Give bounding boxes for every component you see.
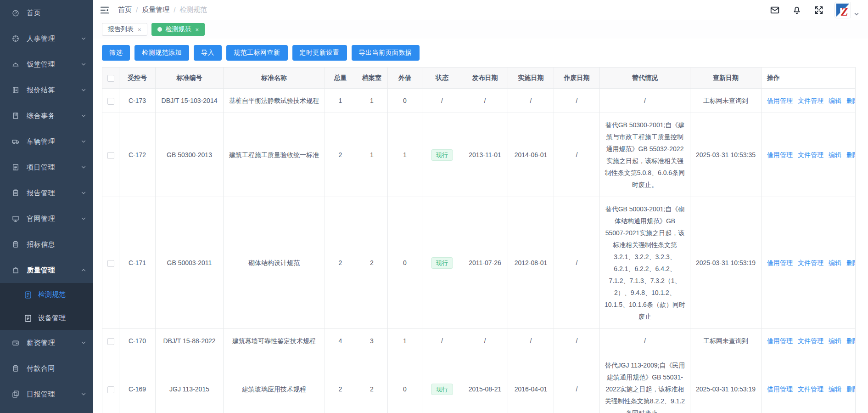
total-cell: 2 — [325, 197, 356, 329]
column-header-implDate: 实施日期 — [508, 68, 554, 89]
action-link-0[interactable]: 借用管理 — [767, 337, 793, 345]
stdNo-cell: DBJ/T 15-103-2014 — [156, 89, 224, 113]
sidebar-item-label: 招标信息 — [27, 240, 87, 249]
toolbar-button-3[interactable]: 规范工标网查新 — [226, 45, 288, 61]
action-link-3[interactable]: 删除 — [846, 97, 856, 104]
sidebar-item-quote[interactable]: 报价结算 — [0, 77, 93, 103]
menu-fold-icon[interactable] — [100, 5, 110, 15]
toolbar-button-5[interactable]: 导出当前页面数据 — [352, 45, 420, 61]
sidebar-item-hr[interactable]: 人事管理 — [0, 26, 93, 51]
select-all-checkbox[interactable] — [107, 75, 114, 82]
toolbar-button-4[interactable]: 定时更新设置 — [292, 45, 347, 61]
pubDate-cell: / — [462, 89, 508, 113]
abolishDate-cell: / — [554, 113, 600, 197]
tab-检测规范[interactable]: 检测规范× — [151, 23, 205, 36]
implDate-cell: / — [508, 89, 554, 113]
toolbar-button-2[interactable]: 导入 — [194, 45, 222, 61]
breadcrumb-item[interactable]: 质量管理 — [142, 6, 169, 14]
row-checkbox[interactable] — [107, 260, 114, 267]
implDate-cell: 2016-04-01 — [508, 353, 554, 413]
pubDate-cell: 2011-07-26 — [462, 197, 508, 329]
action-link-3[interactable]: 删除 — [846, 259, 856, 266]
chevron-down-icon — [80, 190, 87, 196]
sidebar-subitem-device[interactable]: 设备管理 — [0, 306, 93, 330]
chevron-up-icon — [80, 267, 87, 273]
toolbar-button-0[interactable]: 筛选 — [102, 45, 130, 61]
sidebar-item-payment[interactable]: 付款合同 — [0, 356, 93, 381]
report-icon — [11, 188, 20, 198]
sidebar-item-label: 薪资管理 — [27, 339, 80, 347]
archive-cell: 2 — [356, 197, 388, 329]
action-link-0[interactable]: 借用管理 — [767, 151, 793, 158]
svg-text:Z: Z — [840, 5, 848, 18]
toolbar-button-1[interactable]: 检测规范添加 — [134, 45, 189, 61]
tab-报告列表[interactable]: 报告列表× — [102, 23, 147, 36]
row-checkbox[interactable] — [107, 152, 114, 159]
action-link-2[interactable]: 编辑 — [829, 259, 841, 266]
chevron-down-icon — [80, 215, 87, 222]
action-link-2[interactable]: 编辑 — [829, 337, 841, 345]
action-link-1[interactable]: 文件管理 — [798, 385, 823, 393]
tab-close-icon[interactable]: × — [138, 26, 141, 33]
action-link-0[interactable]: 借用管理 — [767, 97, 793, 104]
row-actions-cell: 借用管理文件管理编辑删除 — [762, 329, 856, 353]
caret-down-icon[interactable] — [853, 11, 860, 17]
sidebar-subitem-label: 设备管理 — [38, 314, 66, 322]
chevron-down-icon — [80, 113, 87, 119]
action-link-3[interactable]: 删除 — [846, 337, 856, 345]
sidebar-item-affairs[interactable]: 综合事务 — [0, 103, 93, 129]
table-row: C-170DBJ/T 15-88-2022建筑幕墙可靠性鉴定技术规程431///… — [102, 329, 856, 353]
app-window: 首页人事管理饭堂管理报价结算综合事务车辆管理项目管理报告管理官网管理招标信息质量… — [0, 0, 868, 413]
sidebar-item-vehicle[interactable]: 车辆管理 — [0, 129, 93, 154]
sidebar-item-canteen[interactable]: 饭堂管理 — [0, 51, 93, 77]
row-checkbox[interactable] — [107, 98, 114, 105]
fullscreen-icon[interactable] — [814, 5, 824, 15]
action-link-3[interactable]: 删除 — [846, 151, 856, 158]
sidebar-item-label: 人事管理 — [27, 34, 80, 43]
action-link-1[interactable]: 文件管理 — [798, 151, 823, 158]
chevron-down-icon — [80, 339, 87, 346]
sidebar-item-label: 官网管理 — [27, 215, 80, 223]
avatar[interactable]: Z — [835, 2, 851, 18]
tab-close-icon[interactable]: × — [196, 26, 199, 33]
mail-icon[interactable] — [770, 5, 780, 15]
website-icon — [11, 214, 20, 223]
sidebar-subitem-spec[interactable]: 检测规范 — [0, 283, 93, 306]
toolbar: 筛选检测规范添加导入规范工标网查新定时更新设置导出当前页面数据 — [102, 45, 859, 61]
sidebar-item-tender[interactable]: 招标信息 — [0, 232, 93, 257]
sidebar-item-quality[interactable]: 质量管理 — [0, 257, 93, 283]
implDate-cell: 2014-06-01 — [508, 113, 554, 197]
row-select-cell — [102, 329, 119, 353]
action-link-0[interactable]: 借用管理 — [767, 385, 793, 393]
quote-icon — [11, 85, 20, 95]
total-cell: 2 — [325, 113, 356, 197]
action-link-2[interactable]: 编辑 — [829, 385, 841, 393]
replacement-cell: 替代GB 50300-2001;自《建筑与市政工程施工质量控制通用规范》GB 5… — [600, 113, 690, 197]
action-link-2[interactable]: 编辑 — [829, 97, 841, 104]
sidebar-item-label: 质量管理 — [27, 266, 80, 275]
action-link-1[interactable]: 文件管理 — [798, 337, 823, 345]
replacement-cell: 替代JGJ 113-2009;自《民用建筑通用规范》GB 55031-2022实… — [600, 353, 690, 413]
breadcrumb-item[interactable]: 首页 — [118, 6, 132, 14]
vehicle-icon — [11, 137, 20, 146]
bell-icon[interactable] — [792, 5, 802, 15]
page-content: 筛选检测规范添加导入规范工标网查新定时更新设置导出当前页面数据 受控号标准编号标… — [93, 39, 868, 413]
row-checkbox[interactable] — [107, 386, 114, 393]
action-link-2[interactable]: 编辑 — [829, 151, 841, 158]
sidebar-item-website[interactable]: 官网管理 — [0, 206, 93, 232]
sidebar-item-salary[interactable]: 薪资管理 — [0, 330, 93, 356]
sidebar-item-report[interactable]: 报告管理 — [0, 180, 93, 206]
action-link-1[interactable]: 文件管理 — [798, 259, 823, 266]
action-link-0[interactable]: 借用管理 — [767, 259, 793, 266]
sidebar-item-label: 饭堂管理 — [27, 60, 80, 69]
sidebar-item-daily[interactable]: 日报管理 — [0, 381, 93, 407]
row-checkbox[interactable] — [107, 338, 114, 345]
status-badge: 现行 — [431, 257, 453, 269]
sidebar-item-home[interactable]: 首页 — [0, 0, 93, 26]
action-link-3[interactable]: 删除 — [846, 385, 856, 393]
stdName-cell: 建筑幕墙可靠性鉴定技术规程 — [224, 329, 325, 353]
action-link-1[interactable]: 文件管理 — [798, 97, 823, 104]
total-cell: 4 — [325, 329, 356, 353]
implDate-cell: / — [508, 329, 554, 353]
sidebar-item-project[interactable]: 项目管理 — [0, 154, 93, 180]
